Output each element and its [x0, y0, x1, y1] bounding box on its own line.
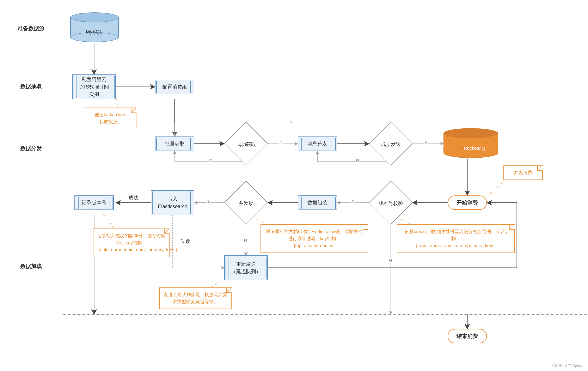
process-label: 配置消费组 [162, 83, 187, 91]
lane-label-load: 数据加载 [0, 263, 62, 270]
note-fold-icon [164, 229, 169, 234]
edge-label-y: Y [279, 140, 283, 145]
note-text: 依赖binlog_id的顺序性对写入进行初步过滤。key结构： {table_n… [405, 229, 507, 248]
process-resend-delay: 重新发送 （延迟队列） [224, 255, 268, 280]
note-text: 对es索引的文档ID添加Redis setnx锁，对顺序性进行最终过滤。key结… [266, 229, 363, 248]
watermark: CSDN @二狗plus [552, 363, 582, 368]
note-concurrent: 并发消费 [504, 165, 543, 180]
note-fold-icon [509, 224, 515, 230]
edge-label-n: N [389, 258, 392, 263]
process-label: 配置阿里云 DTS数据订阅 实例 [79, 76, 109, 98]
note-resend: 发送至同队列队尾，根据写入异常类型区分延迟等级。 [159, 287, 231, 309]
edge-label-n: N [356, 158, 359, 163]
lane-label-source: 准备数据源 [0, 25, 62, 32]
lane-separator [0, 178, 588, 178]
lane-label-extract: 数据抽取 [0, 83, 62, 90]
process-dts: 配置阿里云 DTS数据订阅 实例 [72, 74, 116, 99]
process-label: 数据组装 [307, 199, 327, 206]
note-fold-icon [363, 224, 368, 230]
edge-label-n: N [209, 158, 212, 163]
decision-label: 并发锁 [231, 188, 262, 219]
process-record-version: 记录版本号 [74, 195, 114, 210]
process-batch-fetch: 批量获取 [155, 137, 194, 151]
note-lock-es: 对es索引的文档ID添加Redis setnx锁，对顺序性进行最终过滤。key结… [261, 224, 368, 253]
process-consumer-group: 配置消费组 [155, 80, 194, 94]
terminator-end-consume: 结束消费 [448, 329, 487, 343]
process-msg-dispatch: 消息分发 [298, 137, 337, 151]
note-fold-icon [226, 287, 231, 293]
edge-label-y: Y [351, 199, 355, 204]
process-write-es: 写入 Elasticsearch [151, 190, 194, 215]
edge-label-y: Y [207, 199, 210, 204]
note-text: 记录写入成功的版本号，缓存时间4h。key结构： {table_name:top… [97, 233, 177, 252]
note-fold-icon [537, 165, 543, 171]
note-text: 并发消费 [514, 170, 532, 175]
swimlane-vertical-separator [62, 0, 62, 371]
diagram-edges [0, 0, 588, 371]
terminator-start-consume: 开始消费 [448, 195, 487, 210]
lane-separator [0, 58, 588, 58]
decision-label: 成功发送 [375, 129, 406, 160]
edge-label-n: N [243, 238, 247, 243]
note-text: 使用kafka client 获取数据。 [95, 112, 126, 124]
process-label: 写入 Elasticsearch [158, 195, 188, 210]
diagram-canvas: 准备数据源 数据抽取 数据分发 数据加载 [0, 0, 588, 371]
datastore-mysql: MySQL [70, 12, 118, 41]
decision-send-ok: 成功发送 [369, 122, 413, 166]
edge-label-y: Y [289, 120, 293, 125]
decision-fetch-ok: 成功获取 [224, 122, 268, 166]
note-text: 发送至同队列队尾，根据写入异常类型区分延迟等级。 [164, 292, 227, 304]
note-fold-icon [131, 107, 136, 113]
lane-separator-dotted [62, 314, 588, 315]
edge-label-y: Y [424, 140, 427, 145]
edge-label-fail: 失败 [180, 238, 191, 244]
note-version-rec: 记录写入成功的版本号，缓存时间4h。key结构： {table_name:top… [93, 229, 169, 257]
process-label: 批量获取 [165, 140, 185, 148]
lane-label-dispatch: 数据分发 [0, 145, 62, 152]
process-data-pack: 数据组装 [298, 195, 337, 210]
decision-version-check: 版本号校验 [369, 181, 413, 225]
decision-label: 成功获取 [231, 129, 262, 160]
decision-label: 版本号校验 [375, 188, 406, 219]
edge-label-success: 成功 [128, 194, 139, 201]
datastore-label: MySQL [70, 29, 118, 35]
process-label: 消息分发 [307, 140, 327, 148]
decision-concurrent-lock: 并发锁 [224, 181, 268, 225]
note-version-dep: 依赖binlog_id的顺序性对写入进行初步过滤。key结构： {table_n… [397, 224, 515, 253]
datastore-label: RocketMQ [448, 146, 501, 151]
process-label: 记录版本号 [82, 199, 106, 206]
note-kafka: 使用kafka client 获取数据。 [85, 107, 136, 129]
datastore-rocketmq: RocketMQ [443, 128, 497, 157]
process-label: 重新发送 （延迟队列） [231, 260, 261, 275]
